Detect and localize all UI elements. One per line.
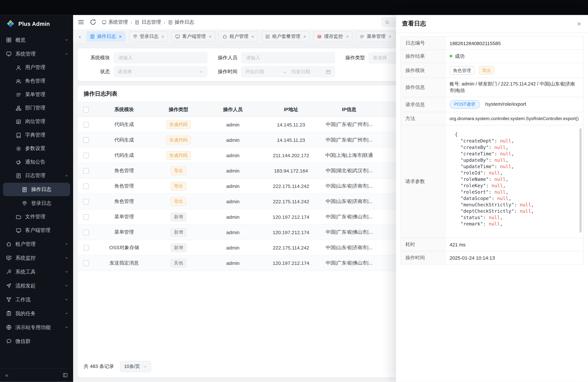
tab-close-icon[interactable]: ×	[162, 34, 164, 39]
sidebar-item-dept-mgmt[interactable]: 部门管理	[0, 101, 73, 115]
tab-menu[interactable]: 菜单管理×	[356, 31, 395, 42]
field-label: 日志编号	[401, 37, 445, 50]
tab-close-icon[interactable]: ×	[209, 34, 211, 39]
drawer-title: 查看日志	[402, 20, 426, 28]
sidebar-item-demo-features[interactable]: 演示站专用功能	[0, 320, 73, 334]
tab-loginlog[interactable]: 登录日志×	[129, 31, 168, 42]
pin-layout-icon[interactable]	[63, 373, 68, 378]
sidebar-item-user-mgmt[interactable]: 用户管理	[0, 61, 73, 74]
code-line: "createTime": null,	[455, 150, 573, 157]
sidebar-item-param-settings[interactable]: 参数设置	[0, 142, 73, 155]
sidebar-item-tenant-mgmt[interactable]: 租户管理	[0, 237, 73, 251]
row-checkbox[interactable]	[83, 230, 89, 235]
sidebar-item-client-mgmt[interactable]: 客户端管理	[0, 224, 73, 237]
tab-cache-monitor[interactable]: 缓存监控×	[313, 31, 353, 42]
row-checkbox[interactable]	[83, 137, 89, 143]
chevron-down-icon	[64, 38, 69, 42]
sidebar-item-label: 流程发起	[15, 282, 61, 289]
select-all-checkbox[interactable]	[83, 107, 89, 112]
row-checkbox[interactable]	[83, 214, 89, 220]
code-scrollbar[interactable]	[579, 128, 582, 233]
cell-system-module: 发送指定消息	[94, 255, 154, 271]
tab-close-icon[interactable]: ×	[303, 34, 306, 39]
menu-toggle-button[interactable]	[78, 19, 84, 25]
tab-oplog[interactable]: 操作日志×	[86, 31, 126, 42]
cell-ip: 120.197.212.174	[263, 225, 319, 240]
sidebar-item-system-tools[interactable]: 系统工具	[0, 265, 73, 279]
op-time-range-picker[interactable]: 开始日期 → 结束日期	[241, 66, 335, 77]
tab-client[interactable]: 客户端管理×	[171, 31, 215, 42]
page-size-select[interactable]: 10条/页	[120, 361, 151, 372]
chevron-down-icon	[64, 256, 69, 260]
status-select[interactable]: 请选择	[114, 66, 208, 77]
sidebar-item-system-monitor[interactable]: 系统监控	[0, 251, 73, 265]
cell-ip-info: 中国|广东省|佛山市|...	[319, 255, 379, 271]
sidebar-item-dict-mgmt[interactable]: 字典管理	[0, 128, 73, 142]
date-range-arrow: →	[280, 69, 289, 74]
sidebar-menu: 概览系统管理用户管理角色管理菜单管理部门管理岗位管理字典管理参数设置通知公告日志…	[0, 32, 73, 368]
refresh-button[interactable]	[90, 19, 96, 25]
row-checkbox[interactable]	[83, 153, 89, 158]
sidebar-item-system-mgmt[interactable]: 系统管理	[0, 47, 73, 61]
breadcrumb-label: 日志管理	[142, 19, 161, 25]
cell-system-module: 角色管理	[94, 178, 154, 194]
sidebar-item-notice[interactable]: 通知公告	[0, 155, 73, 169]
code-line: "deptCheckStrictly": null,	[455, 208, 573, 214]
start-date-placeholder: 开始日期	[245, 68, 278, 75]
sidebar-item-my-tasks[interactable]: 我的任务	[0, 307, 73, 320]
tabs-scroll-left-button[interactable]: ‹	[77, 33, 83, 40]
drawer-close-button[interactable]: ×	[577, 20, 581, 27]
field-value: 账号: admin / 研发部门 / 222.175.114.242 / 中国|…	[445, 78, 583, 97]
dict-icon	[16, 132, 21, 138]
code-line: "dataScope": null,	[455, 195, 573, 201]
tab-close-icon[interactable]: ×	[389, 34, 391, 39]
op-type-tag: 生成代码	[166, 120, 191, 129]
post-icon	[265, 34, 270, 39]
breadcrumb-item[interactable]: 日志管理	[135, 19, 161, 25]
sidebar-item-post-mgmt[interactable]: 岗位管理	[0, 115, 73, 128]
field-label: 请求参数	[401, 125, 445, 238]
sidebar-item-flow-start[interactable]: 流程发起	[0, 279, 73, 293]
tab-close-icon[interactable]: ×	[119, 34, 122, 39]
cell-operator: admin	[203, 178, 263, 194]
breadcrumb-item[interactable]: 系统管理	[102, 19, 128, 25]
tab-close-icon[interactable]: ×	[251, 34, 254, 39]
sidebar-collapse-button[interactable]: «	[5, 372, 8, 378]
row-checkbox[interactable]	[83, 168, 89, 174]
op-type-tag: 导出	[479, 66, 494, 75]
tab-close-icon[interactable]: ×	[346, 34, 349, 39]
cell-system-module: 角色管理	[94, 163, 154, 178]
sidebar-item-file-mgmt[interactable]: 文件管理	[0, 210, 73, 224]
app-logo: Plus Admin	[0, 15, 73, 32]
sidebar-item-menu-mgmt[interactable]: 菜单管理	[0, 88, 73, 101]
row-checkbox[interactable]	[83, 184, 89, 189]
op-type-tag: 生成代码	[166, 136, 191, 144]
field-value: 成功	[445, 50, 583, 63]
sidebar-item-label: 系统管理	[15, 50, 61, 57]
sidebar-item-workflow[interactable]: 工作流	[0, 293, 73, 307]
tab-tenant-package[interactable]: 租户套餐管理×	[261, 31, 310, 42]
tab-tenant[interactable]: 租户管理×	[219, 31, 258, 42]
oplog-icon	[90, 34, 95, 39]
row-checkbox[interactable]	[83, 260, 89, 266]
code-line: {	[455, 131, 573, 138]
filter-label-system-module: 系统模块	[84, 54, 110, 61]
sidebar-item-label: 参数设置	[25, 145, 69, 152]
breadcrumb-item[interactable]: 操作日志	[168, 19, 194, 25]
sidebar-item-overview[interactable]: 概览	[0, 33, 73, 47]
field-label: 操作信息	[401, 78, 445, 97]
code-line: "updateBy": null,	[455, 157, 573, 163]
sidebar-item-operation-log[interactable]: 操作日志	[3, 183, 70, 196]
cell-operator: admin	[203, 240, 263, 255]
operator-input[interactable]	[245, 55, 331, 61]
sidebar-item-wechat-group[interactable]: 微信群	[0, 334, 73, 348]
row-checkbox[interactable]	[83, 199, 89, 204]
cell-ip: 14.145.11.23	[263, 132, 319, 148]
row-checkbox[interactable]	[83, 245, 89, 251]
sidebar-item-role-mgmt[interactable]: 角色管理	[0, 74, 73, 88]
sidebar-item-log-mgmt[interactable]: 日志管理	[0, 169, 73, 182]
row-checkbox[interactable]	[83, 122, 89, 127]
system-module-input[interactable]	[118, 55, 203, 61]
sidebar-item-login-log[interactable]: 登录日志	[0, 196, 73, 210]
sidebar-item-label: 通知公告	[25, 159, 69, 165]
